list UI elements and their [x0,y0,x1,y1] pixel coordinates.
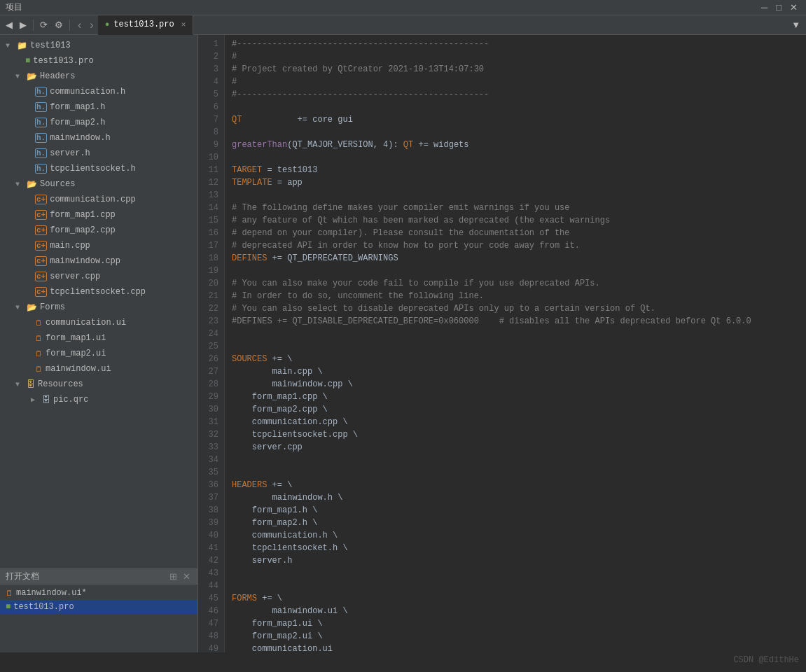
bottom-panel-title: 打开文档 [6,570,39,582]
tree-file-communication-cpp[interactable]: c+ communication.cpp [0,192,197,207]
cpp-icon-7: c+ [35,287,47,297]
cpp-icon-6: c+ [35,272,47,281]
open-file-test1013-pro[interactable]: ■ test1013.pro [0,600,197,614]
tree-headers-group[interactable]: ▼ 📂 Headers [0,69,197,84]
tree-file-communication-ui[interactable]: 🗒 communication.ui [0,315,197,330]
code-area[interactable]: #---------------------------------------… [225,35,806,652]
cpp-icon-5: c+ [35,256,47,266]
tree-file-form_map1-h[interactable]: h. form_map1.h [0,99,197,115]
tree-cpp-label-4: main.cpp [50,241,90,251]
ui-icon-1: 🗒 [35,318,43,328]
main-layout: ▼ 📁 test1013 ■ test1013.pro ▼ 📂 Headers … [0,35,806,652]
tree-h-label-4: mainwindow.h [50,133,110,143]
tab-close-btn[interactable]: ✕ [181,20,186,29]
tree-file-tcpclientsocket-cpp[interactable]: c+ tcpclientsocket.cpp [0,284,197,300]
tree-sources-group[interactable]: ▼ 📂 Sources [0,176,197,192]
title-bar-text: 项目 [6,1,22,13]
tree-resources-label: Resources [38,379,83,389]
h-icon-4: h. [35,133,47,143]
open-files-list: 🗒 mainwindow.ui* ■ test1013.pro [0,584,197,615]
tree-file-form_map1-cpp[interactable]: c+ form_map1.cpp [0,207,197,223]
tab-prev-btn[interactable]: ‹ [74,15,85,35]
tree-resources-group[interactable]: ▼ 🗄 Resources [0,377,197,392]
tree-file-mainwindow-cpp[interactable]: c+ mainwindow.cpp [0,253,197,269]
minimize-btn[interactable]: ─ [758,1,770,14]
ui-icon-4: 🗒 [35,365,43,374]
tree-file-server-h[interactable]: h. server.h [0,146,197,161]
settings-btn[interactable]: ▼ [788,18,803,31]
tree-file-mainwindow-h[interactable]: h. mainwindow.h [0,130,197,146]
back-btn[interactable]: ◀ [3,18,15,31]
tree-file-pro[interactable]: ■ test1013.pro [0,53,197,69]
tree-file-communication-h[interactable]: h. communication.h [0,84,197,99]
tree-file-server-cpp[interactable]: c+ server.cpp [0,269,197,284]
cpp-icon-4: c+ [35,241,47,251]
tab-test1013pro[interactable]: ● test1013.pro ✕ [98,15,194,35]
tab-next-btn[interactable]: › [85,15,97,35]
tree-file-form_map2-h[interactable]: h. form_map2.h [0,115,197,130]
tree-ui-label-2: form_map1.ui [46,333,106,343]
tree-h-label-3: form_map2.h [50,118,105,127]
forward-btn[interactable]: ▶ [17,18,29,31]
h-icon-3: h. [35,118,47,127]
tree-h-label-5: server.h [50,148,90,158]
bottom-panel: 打开文档 ⊞ ✕ 🗒 mainwindow.ui* ■ test1013.pro [0,568,197,652]
tree-sources-label: Sources [40,179,75,189]
qrc-icon: 🗄 [42,395,50,405]
tree-arrow-qrc: ▶ [31,396,39,404]
tree-file-form_map2-cpp[interactable]: c+ form_map2.cpp [0,223,197,238]
editor-panel: 12345 678910 1112131415 1617181920 21222… [198,35,806,652]
folder-icon-forms: 📂 [27,302,37,313]
sync-btn[interactable]: ⟳ [37,18,50,31]
tree-root[interactable]: ▼ 📁 test1013 [0,38,197,53]
tree-arrow-sources: ▼ [15,181,24,188]
open-file-mainwindow-ui[interactable]: 🗒 mainwindow.ui* [0,586,197,600]
watermark: CSDN @EdithHe [733,655,799,665]
folder-icon-headers: 📂 [27,71,37,82]
title-bar: 项目 ─ □ ✕ [0,0,806,15]
tree-file-tcpclientsocket-h[interactable]: h. tcpclientsocket.h [0,161,197,176]
folder-icon-sources: 📂 [27,179,37,190]
close-btn[interactable]: ✕ [787,1,800,14]
tree-cpp-label-1: communication.cpp [50,195,135,204]
tree-h-label-6: tcpclientsocket.h [50,164,135,174]
tree-headers-label: Headers [40,71,75,81]
open-file-icon-2: ■ [6,602,11,612]
maximize-btn[interactable]: □ [773,1,784,14]
toolbar-divider-1 [33,20,34,31]
ui-icon-2: 🗒 [35,334,43,343]
tree-cpp-label-3: form_map2.cpp [50,225,116,235]
folder-icon-root: 📁 [17,41,27,51]
tree-file-form_map1-ui[interactable]: 🗒 form_map1.ui [0,330,197,346]
cpp-icon-1: c+ [35,195,47,204]
tab-file-icon: ● [105,20,110,29]
open-file-label-1: mainwindow.ui* [16,588,87,598]
cpp-icon-2: c+ [35,210,47,220]
tree-ui-label-4: mainwindow.ui [46,364,111,374]
tree-file-mainwindow-ui[interactable]: 🗒 mainwindow.ui [0,361,197,377]
tab-filename: test1013.pro [113,20,174,29]
file-tree: ▼ 📁 test1013 ■ test1013.pro ▼ 📂 Headers … [0,35,197,568]
tree-file-form_map2-ui[interactable]: 🗒 form_map2.ui [0,346,197,361]
build-btn[interactable]: ⚙ [52,18,66,31]
open-file-label-2: test1013.pro [13,602,74,612]
h-icon-6: h. [35,164,47,174]
tree-arrow-headers: ▼ [15,73,24,80]
tree-root-label: test1013 [30,41,71,50]
tree-ui-label-3: form_map2.ui [46,349,106,358]
tree-forms-group[interactable]: ▼ 📂 Forms [0,300,197,315]
ui-icon-3: 🗒 [35,349,43,358]
h-icon-2: h. [35,102,47,112]
tree-ui-label-1: communication.ui [46,318,126,328]
toolbar: ◀ ▶ ⟳ ⚙ ‹ › ● test1013.pro ✕ ▼ [0,15,806,35]
tree-cpp-label-6: server.cpp [50,272,100,281]
tree-file-pic-qrc[interactable]: ▶ 🗄 pic.qrc [0,392,197,407]
bottom-panel-split-btn[interactable]: ⊞ [168,571,179,582]
h-icon-5: h. [35,148,47,158]
folder-icon-resources: 🗄 [27,379,35,390]
tree-arrow-root: ▼ [6,42,14,50]
tree-file-main-cpp[interactable]: c+ main.cpp [0,238,197,253]
pro-icon: ■ [25,56,30,66]
bottom-panel-close-btn[interactable]: ✕ [181,571,192,582]
tree-cpp-label-5: mainwindow.cpp [50,256,120,266]
